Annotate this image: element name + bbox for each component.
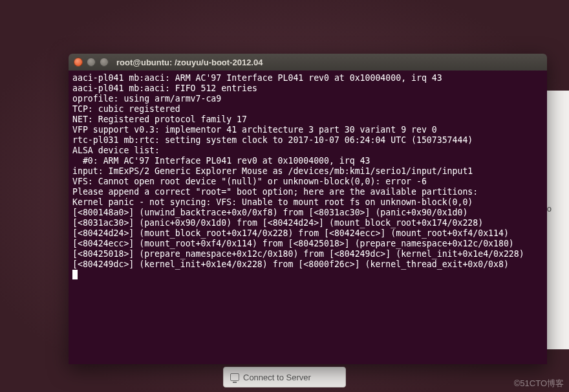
window-title: root@ubuntu: /zouyu/u-boot-2012.04 bbox=[116, 58, 263, 67]
terminal-output[interactable]: aaci-pl041 mb:aaci: ARM AC'97 Interface … bbox=[69, 71, 547, 283]
maximize-icon[interactable] bbox=[100, 58, 109, 67]
connect-server-button[interactable]: Connect to Server bbox=[223, 367, 346, 387]
corner-watermark: ©51CTO博客 bbox=[514, 378, 564, 389]
screen-icon bbox=[230, 373, 239, 381]
connect-server-label: Connect to Server bbox=[243, 373, 311, 382]
minimize-icon[interactable] bbox=[87, 58, 96, 67]
terminal-window[interactable]: root@ubuntu: /zouyu/u-boot-2012.04 aaci-… bbox=[69, 54, 547, 364]
cursor-block bbox=[72, 270, 78, 279]
terminal-titlebar[interactable]: root@ubuntu: /zouyu/u-boot-2012.04 bbox=[69, 54, 547, 71]
close-icon[interactable] bbox=[74, 58, 83, 67]
